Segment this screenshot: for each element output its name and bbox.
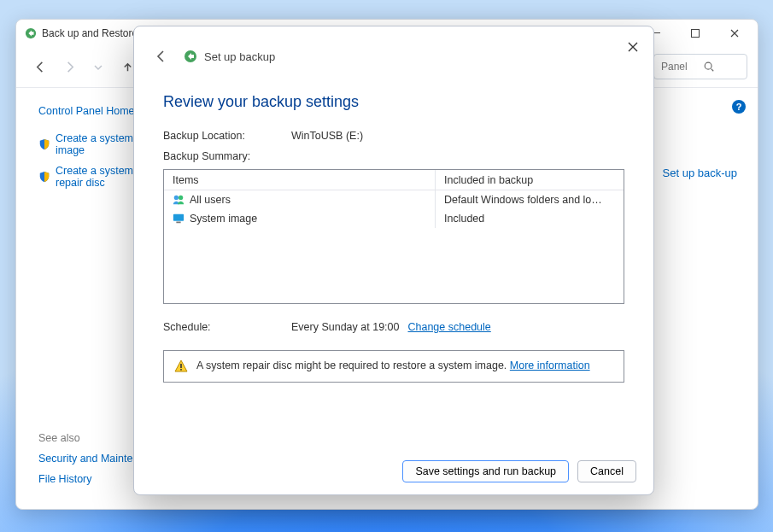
grid-row[interactable]: System image Included <box>164 209 624 228</box>
svg-point-6 <box>179 196 183 200</box>
nav-forward-button[interactable] <box>56 54 83 81</box>
search-icon <box>703 61 740 73</box>
users-icon <box>173 194 184 206</box>
maximize-button[interactable] <box>676 20 715 46</box>
close-dialog-button[interactable] <box>619 33 647 61</box>
backup-icon <box>184 50 197 63</box>
svg-rect-8 <box>176 222 180 224</box>
more-information-link[interactable]: More information <box>510 360 590 371</box>
dialog-back-button[interactable] <box>149 44 173 68</box>
backup-location-label: Backup Location: <box>163 130 291 142</box>
summary-grid: Items Included in backup All users Defau… <box>163 169 624 304</box>
dialog-brand: Set up backup <box>204 50 275 63</box>
backup-summary-label: Backup Summary: <box>163 150 624 162</box>
nav-back-button[interactable] <box>26 54 54 81</box>
schedule-label: Schedule: <box>163 321 291 333</box>
column-items[interactable]: Items <box>164 170 436 190</box>
save-and-run-button[interactable]: Save settings and run backup <box>402 460 569 482</box>
svg-rect-7 <box>173 214 184 221</box>
svg-rect-2 <box>692 30 700 38</box>
warning-box: A system repair disc might be required t… <box>163 350 624 383</box>
setup-backup-link[interactable]: Set up back-up <box>663 167 737 179</box>
grid-item: System image <box>190 213 257 225</box>
nav-recent-button[interactable] <box>85 54 112 81</box>
grid-item: All users <box>190 194 231 206</box>
help-icon[interactable]: ? <box>732 100 746 114</box>
svg-rect-9 <box>180 364 182 368</box>
warning-text: A system repair disc might be required t… <box>196 360 510 371</box>
backup-location-value: WinToUSB (E:) <box>291 130 363 142</box>
shield-icon <box>38 138 50 150</box>
svg-point-5 <box>174 196 179 200</box>
svg-point-3 <box>705 62 712 69</box>
search-input[interactable]: Panel <box>653 54 747 79</box>
shield-icon <box>38 171 50 183</box>
warning-icon <box>174 360 188 373</box>
monitor-icon <box>173 213 184 225</box>
column-included[interactable]: Included in backup <box>436 170 624 190</box>
schedule-value: Every Sunday at 19:00 <box>291 321 399 333</box>
cancel-button[interactable]: Cancel <box>577 460 636 482</box>
app-icon <box>25 27 37 39</box>
close-window-button[interactable] <box>715 20 754 46</box>
dialog-heading: Review your backup settings <box>163 93 624 111</box>
setup-backup-dialog: Set up backup Review your backup setting… <box>133 26 654 495</box>
grid-header: Items Included in backup <box>164 170 624 190</box>
search-placeholder: Panel <box>661 61 698 73</box>
grid-included: Default Windows folders and lo… <box>444 194 602 206</box>
grid-row[interactable]: All users Default Windows folders and lo… <box>164 190 624 209</box>
dialog-footer: Save settings and run backup Cancel <box>134 448 653 494</box>
grid-included: Included <box>444 213 484 225</box>
svg-rect-10 <box>180 369 182 371</box>
change-schedule-link[interactable]: Change schedule <box>407 321 490 333</box>
